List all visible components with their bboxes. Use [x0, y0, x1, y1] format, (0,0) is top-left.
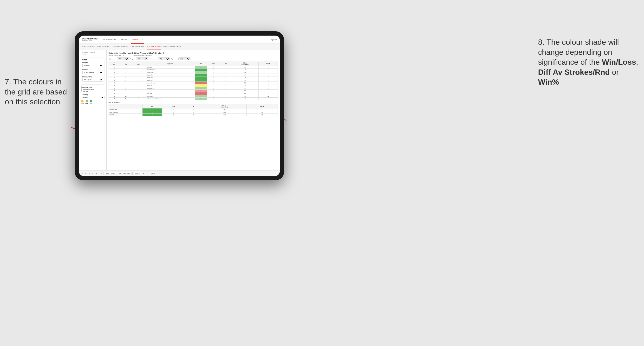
gender-select[interactable]: Women's	[82, 64, 103, 67]
cell-opponent: Emily Chang	[146, 95, 195, 98]
cell-loss: 2	[207, 84, 221, 87]
main-data-table: #Div #Reg #Conf Opponent Win Loss Tie Di…	[108, 62, 278, 100]
opponent-filter-label: Opponent	[171, 58, 177, 60]
out-cell-rounds: 2	[246, 108, 278, 111]
cell-win: 0	[195, 92, 207, 95]
nav-teams[interactable]: TEAMS	[120, 36, 128, 44]
tablet-screen: SCOREBOARD Powered by clippd TOURNAMENTS…	[79, 36, 280, 176]
out-of-division-table: Win Loss Tie Diff AvStrokes/Rnd Rounds F…	[108, 104, 278, 116]
paste-button[interactable]: ⊕	[95, 172, 98, 174]
radio-dot-top-100	[81, 90, 82, 92]
cell-tie: 0	[221, 69, 231, 71]
sign-out[interactable]: | Sign out	[270, 39, 277, 40]
player-title: Player	[82, 59, 103, 60]
opponents-filter-label: Opponents:	[108, 58, 115, 60]
cell-reg: 7	[120, 90, 132, 92]
out-cell-rounds: 30	[246, 111, 278, 114]
out-table-row: Foreign Team 1 0 0 4.500 2	[109, 108, 278, 111]
undo2-button[interactable]: ↩	[88, 172, 91, 174]
cell-conf: 1	[132, 66, 146, 69]
cell-diff: 0.30	[231, 95, 258, 98]
colour-by-label: Colour by	[81, 94, 104, 95]
table-row: 9 1 4 Sharon Mun 1 0 0 3.67 3	[109, 74, 278, 76]
cell-loss: 0	[207, 71, 221, 74]
sidebar: Last Updated: 27/03/2024 16:55:38 Player…	[79, 50, 107, 170]
sub-nav-team-h2h-grid[interactable]: TEAM H2H GRID	[97, 44, 109, 50]
refresh-button[interactable]: ⟳	[100, 172, 102, 174]
cell-rounds: 4	[258, 76, 278, 79]
opponent-view-radio-group: Opponents Played Top 100	[81, 88, 104, 92]
cell-div: 14	[109, 84, 120, 87]
division-record-label: Division Record: 331 - 34 - 6	[134, 55, 152, 56]
out-col-win: Win	[142, 104, 162, 108]
col-loss: Loss	[207, 62, 221, 66]
sub-nav-player-summary[interactable]: PLAYER SUMMARY	[130, 44, 144, 50]
cell-conf: 4	[132, 84, 146, 87]
cell-loss: 0	[207, 69, 221, 71]
annotation-bold2: Diff Av Strokes/Rnd	[538, 68, 610, 76]
opponent-view-label: Opponent view	[81, 86, 104, 88]
player-rank-select[interactable]: 8. Katelyn Vo	[82, 78, 103, 82]
cell-loss: 0	[207, 74, 221, 76]
cell-rounds: 3	[258, 74, 278, 76]
sub-nav-player-h2h-grid[interactable]: PLAYER H2H GRID	[147, 44, 161, 50]
opponents-filter-select[interactable]: (All)	[117, 57, 129, 60]
watch-button[interactable]: Watch ▾	[134, 172, 141, 175]
division-select[interactable]: NCAA Division III	[82, 71, 103, 74]
gender-label: Gender	[82, 62, 103, 63]
out-cell-loss: 0	[162, 114, 185, 116]
cell-diff: 4.00	[231, 76, 258, 79]
legend-dot-up	[90, 100, 92, 102]
table-row: 18 2 2 Euna Lee 0 1 0 -5.00 2	[109, 92, 278, 95]
sub-nav-player-h2h-heatmap[interactable]: PLAYER H2H HEATMAP	[163, 44, 181, 50]
col-opponent: Opponent	[146, 62, 195, 66]
legend-up: Up	[90, 100, 92, 104]
opponent-filter-select[interactable]: (All)	[178, 57, 190, 60]
redo-button[interactable]: ↪	[84, 172, 87, 174]
radio-opponents-played[interactable]: Opponents Played	[81, 88, 104, 90]
sub-nav-team-summary[interactable]: TEAM SUMMARY	[82, 44, 94, 50]
grid-area: Katelyn Vo Head-to-Head Grid for Women's…	[107, 50, 280, 170]
cell-win: 2	[195, 98, 207, 100]
cell-rounds: 6	[258, 98, 278, 100]
cell-win: 1	[195, 87, 207, 90]
cell-rounds	[258, 71, 278, 74]
undo-button[interactable]: ↩	[81, 172, 84, 174]
table-row: 15 8 5 Stella Cheng 1 0 0 1.25 4	[109, 87, 278, 90]
cell-win: 1	[195, 90, 207, 92]
table-header-row: #Div #Reg #Conf Opponent Win Loss Tie Di…	[109, 62, 278, 66]
cell-conf: 1	[132, 82, 146, 84]
cell-div: 5	[109, 69, 120, 71]
col-tie: Tie	[221, 62, 231, 66]
colour-legend: Down Level Up	[81, 100, 104, 104]
share-button[interactable]: Share	[150, 172, 156, 175]
cell-tie: 0	[221, 90, 231, 92]
nav-tournaments[interactable]: TOURNAMENTS	[101, 36, 117, 44]
colour-by-select[interactable]: Win/loss	[81, 96, 104, 99]
cell-win: 1	[195, 69, 207, 71]
export-button[interactable]: ⬚	[146, 172, 149, 174]
copy-button[interactable]: ⎘	[92, 173, 94, 174]
cell-win: 1	[195, 71, 207, 74]
conference-filter-select[interactable]: (All)	[158, 57, 170, 60]
radio-top-100[interactable]: Top 100	[81, 90, 104, 92]
layout-button[interactable]: ⊞	[142, 172, 145, 174]
region-filter-select[interactable]: (All)	[136, 57, 148, 60]
view-original-button[interactable]: View: Original	[105, 172, 116, 175]
cell-loss: 1	[207, 95, 221, 98]
out-cell-win: 15	[142, 111, 162, 114]
cell-conf: 2	[132, 69, 146, 71]
sub-nav-team-h2h-heatmap[interactable]: TEAM H2H HEATMAP	[112, 44, 128, 50]
cell-conf: 6	[132, 95, 146, 98]
save-custom-button[interactable]: Save Custom View	[117, 172, 132, 175]
out-cell-tie: 0	[185, 114, 202, 116]
cell-win: 2	[195, 84, 207, 87]
cell-win: 1	[195, 74, 207, 76]
filter-row: Opponents: (All) Region (All) Conference…	[108, 57, 278, 60]
out-of-division-header: Out of division	[108, 102, 278, 103]
nav-committee[interactable]: COMMITTEE	[131, 36, 144, 44]
out-cell-rounds: 10	[246, 114, 278, 116]
opponent-view-section: Opponent view Opponents Played Top 100	[81, 86, 104, 92]
toolbar-sep2	[104, 172, 104, 175]
cell-loss: 0	[207, 87, 221, 90]
